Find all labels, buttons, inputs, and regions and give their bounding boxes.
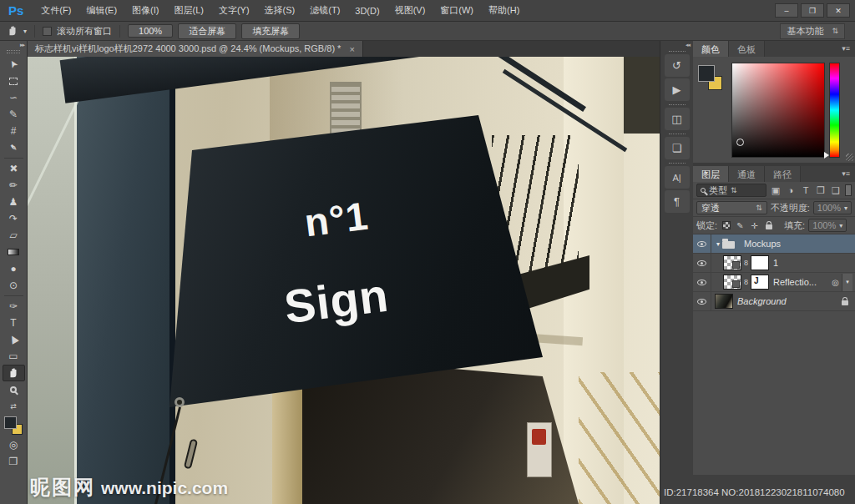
canvas[interactable]: n°1 Sign 昵图网 www.nipic.com	[28, 57, 660, 504]
type-tool[interactable]: T	[3, 315, 25, 331]
saturation-brightness-field[interactable]	[731, 63, 825, 158]
hand-tool[interactable]	[3, 365, 25, 381]
zoom-100-button[interactable]: 100%	[128, 24, 173, 38]
lock-position-icon[interactable]: ✛	[749, 221, 760, 230]
layer-mask-thumbnail[interactable]	[751, 255, 769, 270]
dock-collapse-icon[interactable]: ◂◂	[686, 42, 690, 48]
fit-screen-button[interactable]: 适合屏幕	[178, 23, 236, 39]
properties-panel-button[interactable]: ◫	[665, 108, 690, 130]
layer-filter-dropdown[interactable]: 类型 ⇅	[696, 184, 766, 197]
lock-all-icon[interactable]	[763, 221, 774, 229]
paragraph-panel-button[interactable]: ¶	[665, 190, 690, 213]
tab-color[interactable]: 颜色	[693, 41, 729, 57]
lock-pixels-icon[interactable]: ✎	[735, 221, 746, 230]
filter-toggle[interactable]	[845, 184, 852, 196]
scroll-all-windows-checkbox[interactable]	[43, 27, 52, 36]
character-panel-button[interactable]: A|	[665, 166, 690, 189]
filter-type-icon[interactable]: T	[800, 185, 812, 195]
healing-brush-tool[interactable]: ✚	[3, 160, 25, 177]
foreground-color-swatch[interactable]	[4, 416, 17, 429]
lasso-tool[interactable]: ∽	[3, 89, 25, 106]
tool-preset-arrow-icon[interactable]: ▾	[23, 28, 27, 35]
toolbar-grip[interactable]	[7, 50, 20, 53]
brush-tool[interactable]: ✏	[3, 177, 25, 194]
dock-grip[interactable]	[669, 51, 686, 52]
quick-selection-tool[interactable]: ✎	[3, 106, 25, 123]
toolbar-collapse-icon[interactable]: ▸▸	[20, 42, 24, 48]
menu-image[interactable]: 图像(I)	[124, 4, 166, 17]
document-tab[interactable]: 标志样机vi样机logo样机2972 4000 3000.psd @ 24.4%…	[28, 41, 363, 57]
zoom-tool[interactable]	[3, 381, 25, 398]
tab-close-icon[interactable]: ×	[349, 44, 354, 54]
gradient-tool[interactable]	[3, 244, 25, 260]
pen-tool[interactable]: ✑	[3, 298, 25, 315]
layer-row-1[interactable]: 8 1	[693, 254, 855, 273]
fill-screen-button[interactable]: 填充屏幕	[241, 23, 300, 39]
layer-row-reflection[interactable]: 8 J Reflectio... ◎ ▾	[693, 273, 855, 292]
panel-resize-grip[interactable]	[846, 154, 853, 161]
layer-style-icon[interactable]: ◎	[832, 278, 839, 287]
actions-panel-button[interactable]: ▶	[665, 78, 690, 101]
visibility-toggle[interactable]	[693, 254, 711, 272]
eyedropper-tool[interactable]: ✒	[3, 139, 25, 156]
opacity-field[interactable]: 100% ▾	[813, 201, 852, 214]
path-selection-tool[interactable]: ▶	[3, 331, 25, 348]
dodge-tool[interactable]: ⊙	[3, 277, 25, 294]
menu-help[interactable]: 帮助(H)	[481, 4, 527, 17]
blur-tool[interactable]: ●	[3, 260, 25, 277]
filter-adjustment-icon[interactable]: ◑	[785, 185, 797, 195]
menu-filter[interactable]: 滤镜(T)	[302, 4, 347, 17]
shape-tool[interactable]: ▭	[3, 348, 25, 365]
dock-grip[interactable]	[669, 104, 686, 105]
menu-layer[interactable]: 图层(L)	[166, 4, 210, 17]
hue-ramp[interactable]	[829, 63, 840, 158]
layer-row-background[interactable]: Background	[693, 292, 855, 311]
tab-swatches[interactable]: 色板	[729, 41, 765, 57]
crop-tool[interactable]: #	[3, 123, 25, 139]
history-brush-tool[interactable]: ↷	[3, 210, 25, 227]
menu-file[interactable]: 文件(F)	[33, 4, 78, 17]
group-expand-triangle[interactable]: ▾	[716, 240, 720, 248]
menu-view[interactable]: 视图(V)	[387, 4, 433, 17]
info-panel-button[interactable]: ❏	[665, 137, 690, 159]
blend-mode-dropdown[interactable]: 穿透 ⇅	[696, 201, 767, 214]
tab-layers[interactable]: 图层	[693, 166, 729, 182]
background-thumbnail[interactable]	[715, 294, 733, 309]
dock-grip[interactable]	[669, 134, 686, 134]
fill-field[interactable]: 100% ▾	[808, 219, 847, 232]
menu-type[interactable]: 文字(Y)	[211, 4, 257, 17]
smart-object-thumbnail[interactable]	[723, 275, 741, 290]
visibility-toggle[interactable]	[693, 292, 711, 310]
swap-colors-button[interactable]: ⇄	[3, 398, 25, 415]
eraser-tool[interactable]: ▱	[3, 227, 25, 244]
maximize-button[interactable]: ❐	[801, 3, 824, 18]
quick-mask-button[interactable]: ◎	[3, 436, 25, 453]
layer-row-mockups[interactable]: ▾ Mockups	[693, 234, 855, 254]
filter-shape-icon[interactable]: ❒	[815, 185, 827, 196]
move-tool[interactable]: ➤	[3, 56, 25, 73]
minimize-button[interactable]: –	[775, 3, 798, 18]
color-field-cursor[interactable]	[736, 139, 744, 146]
marquee-tool[interactable]	[3, 73, 25, 89]
panel-menu-icon[interactable]: ▾≡	[837, 166, 855, 182]
menu-select[interactable]: 选择(S)	[257, 4, 303, 17]
menu-3d[interactable]: 3D(D)	[347, 6, 387, 16]
visibility-toggle[interactable]	[693, 273, 711, 291]
close-button[interactable]: ✕	[827, 3, 850, 18]
panel-menu-icon[interactable]: ▾≡	[837, 41, 855, 57]
hue-cursor[interactable]	[824, 152, 829, 159]
dock-grip[interactable]	[669, 163, 686, 164]
smart-object-thumbnail[interactable]	[723, 255, 741, 270]
screen-mode-button[interactable]: ❐	[3, 453, 25, 470]
visibility-toggle[interactable]	[693, 234, 711, 253]
filter-smart-object-icon[interactable]: ❑	[830, 185, 842, 196]
history-panel-button[interactable]: ↺	[665, 54, 690, 77]
menu-window[interactable]: 窗口(W)	[433, 4, 481, 17]
lock-transparency-icon[interactable]	[721, 221, 731, 229]
tab-paths[interactable]: 路径	[765, 166, 801, 182]
foreground-color-swatch[interactable]	[698, 65, 715, 82]
tab-channels[interactable]: 通道	[729, 166, 765, 182]
filter-image-icon[interactable]: ▣	[770, 185, 782, 196]
layer-mask-thumbnail[interactable]: J	[751, 275, 769, 290]
menu-edit[interactable]: 编辑(E)	[78, 4, 124, 17]
